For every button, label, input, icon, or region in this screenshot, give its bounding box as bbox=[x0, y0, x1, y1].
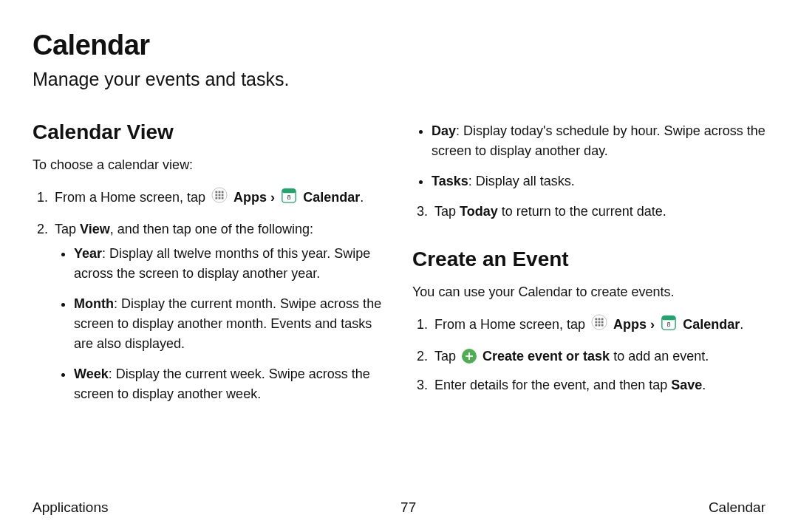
option-label: Week bbox=[74, 366, 109, 381]
page-footer: Applications 77 Calendar bbox=[0, 499, 798, 516]
svg-rect-24 bbox=[662, 316, 675, 321]
svg-rect-17 bbox=[596, 321, 598, 324]
calendar-view-steps: From a Home screen, tap Apps › 8 Calenda… bbox=[33, 185, 386, 404]
svg-rect-7 bbox=[216, 197, 218, 200]
text: Tap bbox=[434, 204, 460, 219]
left-column: Calendar View To choose a calendar view:… bbox=[33, 117, 386, 415]
svg-rect-2 bbox=[219, 191, 221, 194]
text: . bbox=[702, 378, 706, 392]
svg-rect-11 bbox=[282, 189, 296, 194]
list-item: Tasks: Display all tasks. bbox=[432, 171, 765, 191]
right-column: Day: Display today's schedule by hour. S… bbox=[412, 117, 765, 415]
breadcrumb-caret: › bbox=[270, 190, 275, 205]
calendar-view-intro: To choose a calendar view: bbox=[33, 155, 386, 175]
option-text: : Display the current month. Swipe acros… bbox=[74, 296, 381, 351]
option-label: Tasks bbox=[432, 174, 468, 188]
svg-text:8: 8 bbox=[287, 194, 291, 201]
svg-rect-19 bbox=[601, 321, 604, 324]
calendar-icon: 8 bbox=[661, 313, 677, 338]
option-label: Day bbox=[432, 123, 456, 138]
view-label: View bbox=[80, 222, 110, 236]
create-event-intro: You can use your Calendar to create even… bbox=[412, 282, 765, 302]
list-item: Week: Display the current week. Swipe ac… bbox=[74, 364, 386, 404]
svg-rect-21 bbox=[598, 324, 601, 327]
text: to return to the current date. bbox=[498, 204, 666, 219]
apps-label: Apps bbox=[613, 317, 647, 332]
option-text: : Display today's schedule by hour. Swip… bbox=[432, 123, 765, 158]
text: , and then tap one of the following: bbox=[110, 222, 313, 236]
svg-rect-16 bbox=[601, 318, 604, 321]
list-item: Day: Display today's schedule by hour. S… bbox=[432, 121, 765, 161]
option-label: Month bbox=[74, 296, 114, 311]
calendar-label: Calendar bbox=[683, 317, 740, 332]
list-item: Month: Display the current month. Swipe … bbox=[74, 294, 386, 354]
svg-rect-1 bbox=[216, 191, 218, 194]
view-options-list: Year: Display all twelve months of this … bbox=[55, 244, 386, 404]
manual-page: Calendar Manage your events and tasks. C… bbox=[0, 0, 798, 532]
option-label: Year bbox=[74, 246, 102, 261]
list-item: Tap View, and then tap one of the follow… bbox=[52, 219, 386, 404]
view-options-list-continued: Day: Display today's schedule by hour. S… bbox=[412, 121, 765, 191]
list-item: Enter details for the event, and then ta… bbox=[432, 375, 765, 395]
svg-rect-22 bbox=[601, 324, 604, 327]
footer-left: Applications bbox=[33, 499, 108, 516]
plus-icon bbox=[462, 349, 477, 364]
text: From a Home screen, tap bbox=[55, 190, 209, 205]
option-text: : Display all tasks. bbox=[468, 174, 575, 188]
section-heading-create-event: Create an Event bbox=[412, 244, 765, 275]
svg-rect-18 bbox=[598, 321, 601, 324]
breadcrumb-caret: › bbox=[650, 317, 655, 332]
svg-rect-8 bbox=[219, 197, 221, 200]
svg-rect-5 bbox=[219, 194, 221, 197]
text: Enter details for the event, and then ta… bbox=[434, 378, 671, 392]
svg-rect-9 bbox=[222, 197, 224, 200]
list-item: From a Home screen, tap Apps › 8 Calenda… bbox=[432, 313, 765, 338]
text: Tap bbox=[55, 222, 80, 236]
today-label: Today bbox=[460, 204, 498, 219]
create-event-label: Create event or task bbox=[482, 349, 610, 364]
text: . bbox=[740, 317, 743, 332]
calendar-view-steps-continued: Tap Today to return to the current date. bbox=[412, 202, 765, 222]
apps-icon bbox=[211, 187, 228, 209]
option-text: : Display all twelve months of this year… bbox=[74, 246, 370, 281]
list-item: Year: Display all twelve months of this … bbox=[74, 244, 386, 284]
svg-rect-15 bbox=[598, 318, 601, 321]
list-item: Tap Create event or task to add an event… bbox=[432, 347, 765, 366]
page-subtitle: Manage your events and tasks. bbox=[33, 69, 765, 90]
text: . bbox=[360, 190, 364, 205]
svg-rect-6 bbox=[222, 194, 224, 197]
svg-rect-14 bbox=[596, 318, 598, 321]
svg-rect-3 bbox=[222, 191, 224, 194]
svg-rect-20 bbox=[596, 324, 598, 327]
text: Tap bbox=[434, 349, 460, 364]
option-text: : Display the current week. Swipe across… bbox=[74, 366, 370, 401]
apps-label: Apps bbox=[233, 190, 267, 205]
text: to add an event. bbox=[613, 349, 709, 364]
calendar-icon: 8 bbox=[281, 185, 297, 211]
apps-icon bbox=[591, 314, 607, 336]
footer-right: Calendar bbox=[709, 499, 765, 516]
create-event-steps: From a Home screen, tap Apps › 8 Calenda… bbox=[412, 313, 765, 395]
list-item: Tap Today to return to the current date. bbox=[432, 202, 765, 222]
page-title: Calendar bbox=[33, 30, 765, 61]
text: From a Home screen, tap bbox=[434, 317, 589, 332]
footer-page-number: 77 bbox=[400, 499, 416, 516]
list-item: From a Home screen, tap Apps › 8 Calenda… bbox=[52, 185, 386, 211]
section-heading-calendar-view: Calendar View bbox=[33, 117, 386, 148]
svg-rect-4 bbox=[216, 194, 218, 197]
save-label: Save bbox=[671, 378, 702, 392]
svg-text:8: 8 bbox=[667, 321, 671, 328]
calendar-label: Calendar bbox=[303, 190, 360, 205]
content-columns: Calendar View To choose a calendar view:… bbox=[33, 117, 765, 415]
